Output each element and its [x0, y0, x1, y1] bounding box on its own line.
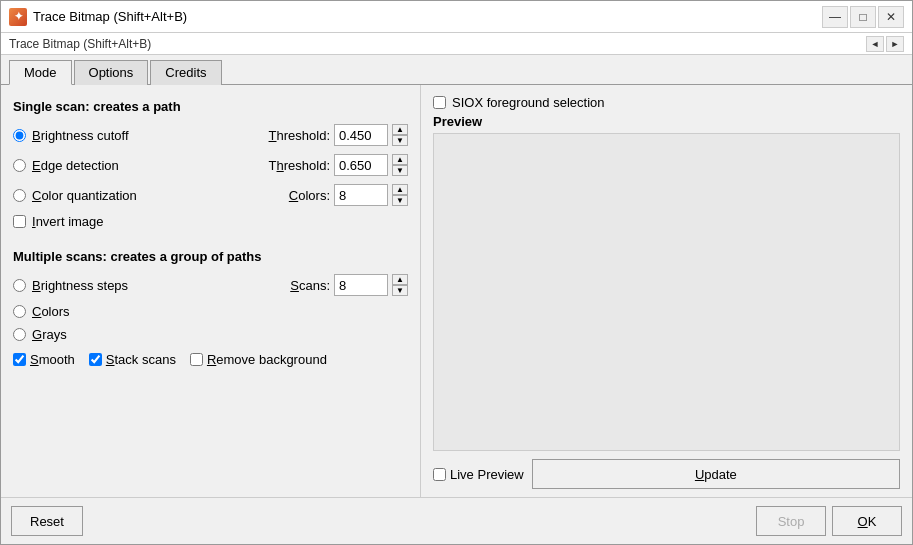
tab-options[interactable]: Options: [74, 60, 149, 85]
edge-detection-spin-group: Threshold: ▲ ▼: [269, 154, 408, 176]
brightness-steps-radio[interactable]: [13, 279, 26, 292]
tabs-bar: Mode Options Credits: [1, 55, 912, 85]
colors-label: Colors:: [289, 188, 330, 203]
brightness-cutoff-spin-group: Threshold: ▲ ▼: [269, 124, 408, 146]
stop-button[interactable]: Stop: [756, 506, 826, 536]
grays-radio-row: Grays: [13, 325, 408, 344]
stack-scans-label: Stack scans: [106, 352, 176, 367]
brightness-steps-label: Brightness steps: [32, 278, 290, 293]
window-title: Trace Bitmap (Shift+Alt+B): [33, 9, 822, 24]
subtitle-text: Trace Bitmap (Shift+Alt+B): [9, 37, 151, 51]
colors-input[interactable]: [334, 184, 388, 206]
edge-detection-label: Edge detection: [32, 158, 269, 173]
siox-checkbox[interactable]: [433, 96, 446, 109]
brightness-threshold-up[interactable]: ▲: [392, 124, 408, 135]
smooth-checkbox[interactable]: [13, 353, 26, 366]
invert-image-row: Invert image: [13, 212, 408, 231]
preview-controls: Live Preview Update: [433, 451, 900, 497]
smooth-check: Smooth: [13, 352, 75, 367]
color-quantization-row: Color quantization Colors: ▲ ▼: [13, 182, 408, 208]
siox-row: SIOX foreground selection: [433, 95, 900, 110]
brightness-cutoff-label: Brightness cutoff: [32, 128, 269, 143]
live-preview-check: Live Preview: [433, 467, 524, 482]
subtitle-controls: ◄ ►: [866, 36, 904, 52]
footer-left: Reset: [11, 506, 83, 536]
brightness-threshold-spinners: ▲ ▼: [392, 124, 408, 146]
brightness-threshold-down[interactable]: ▼: [392, 135, 408, 146]
brightness-steps-spin-group: Scans: ▲ ▼: [290, 274, 408, 296]
right-panel: SIOX foreground selection Preview Live P…: [421, 85, 912, 497]
colors-up[interactable]: ▲: [392, 184, 408, 195]
ok-button[interactable]: OK: [832, 506, 902, 536]
scans-up[interactable]: ▲: [392, 274, 408, 285]
color-quantization-spin-group: Colors: ▲ ▼: [289, 184, 408, 206]
colors-radio[interactable]: [13, 305, 26, 318]
main-content: Single scan: creates a path Brightness c…: [1, 85, 912, 497]
brightness-cutoff-radio[interactable]: [13, 129, 26, 142]
edge-detection-row: Edge detection Threshold: ▲ ▼: [13, 152, 408, 178]
color-quantization-label: Color quantization: [32, 188, 289, 203]
subtitle-btn-right[interactable]: ►: [886, 36, 904, 52]
colors-spinners: ▲ ▼: [392, 184, 408, 206]
multiple-scans-title: Multiple scans: creates a group of paths: [13, 249, 408, 264]
title-bar: ✦ Trace Bitmap (Shift+Alt+B) — □ ✕: [1, 1, 912, 33]
edge-detection-radio[interactable]: [13, 159, 26, 172]
scans-spinners: ▲ ▼: [392, 274, 408, 296]
subtitle-bar: Trace Bitmap (Shift+Alt+B) ◄ ►: [1, 33, 912, 55]
footer: Reset Stop OK: [1, 497, 912, 544]
brightness-cutoff-row: Brightness cutoff Threshold: ▲ ▼: [13, 122, 408, 148]
reset-button[interactable]: Reset: [11, 506, 83, 536]
remove-background-check: Remove background: [190, 352, 327, 367]
colors-down[interactable]: ▼: [392, 195, 408, 206]
window-controls: — □ ✕: [822, 6, 904, 28]
edge-threshold-label: Threshold:: [269, 158, 330, 173]
main-window: ✦ Trace Bitmap (Shift+Alt+B) — □ ✕ Trace…: [0, 0, 913, 545]
single-scan-title: Single scan: creates a path: [13, 99, 408, 114]
brightness-threshold-input[interactable]: [334, 124, 388, 146]
stack-scans-check: Stack scans: [89, 352, 176, 367]
invert-image-checkbox[interactable]: [13, 215, 26, 228]
live-preview-checkbox[interactable]: [433, 468, 446, 481]
update-button[interactable]: Update: [532, 459, 900, 489]
live-preview-label: Live Preview: [450, 467, 524, 482]
remove-background-label: Remove background: [207, 352, 327, 367]
subtitle-btn-left[interactable]: ◄: [866, 36, 884, 52]
bottom-checkboxes: Smooth Stack scans Remove background: [13, 350, 408, 369]
colors-radio-row: Colors: [13, 302, 408, 321]
edge-threshold-spinners: ▲ ▼: [392, 154, 408, 176]
brightness-steps-row: Brightness steps Scans: ▲ ▼: [13, 272, 408, 298]
remove-background-checkbox[interactable]: [190, 353, 203, 366]
smooth-label: Smooth: [30, 352, 75, 367]
edge-threshold-up[interactable]: ▲: [392, 154, 408, 165]
stack-scans-checkbox[interactable]: [89, 353, 102, 366]
grays-radio-label: Grays: [32, 327, 408, 342]
close-button[interactable]: ✕: [878, 6, 904, 28]
maximize-button[interactable]: □: [850, 6, 876, 28]
brightness-threshold-label: Threshold:: [269, 128, 330, 143]
color-quantization-radio[interactable]: [13, 189, 26, 202]
tab-mode[interactable]: Mode: [9, 60, 72, 85]
preview-area: [433, 133, 900, 451]
grays-radio[interactable]: [13, 328, 26, 341]
edge-threshold-down[interactable]: ▼: [392, 165, 408, 176]
scans-down[interactable]: ▼: [392, 285, 408, 296]
preview-label: Preview: [433, 114, 900, 129]
invert-image-label: Invert image: [32, 214, 104, 229]
colors-radio-label: Colors: [32, 304, 408, 319]
minimize-button[interactable]: —: [822, 6, 848, 28]
siox-label: SIOX foreground selection: [452, 95, 604, 110]
left-panel: Single scan: creates a path Brightness c…: [1, 85, 421, 497]
scans-input[interactable]: [334, 274, 388, 296]
app-icon: ✦: [9, 8, 27, 26]
tab-credits[interactable]: Credits: [150, 60, 221, 85]
scans-label: Scans:: [290, 278, 330, 293]
footer-right: Stop OK: [756, 506, 902, 536]
edge-threshold-input[interactable]: [334, 154, 388, 176]
